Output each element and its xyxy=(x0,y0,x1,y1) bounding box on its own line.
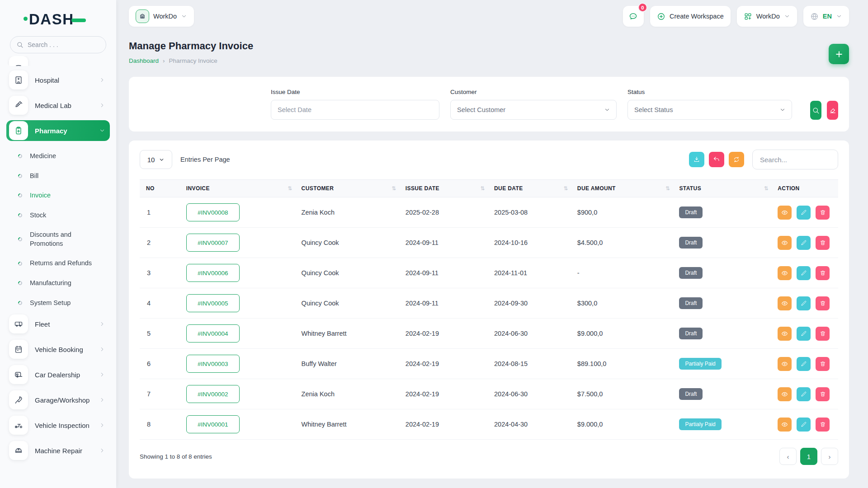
issue-date-input[interactable] xyxy=(278,106,433,113)
status-badge: Partialy Paid xyxy=(679,358,721,370)
column-header-due-date[interactable]: DUE DATE⇅ xyxy=(490,180,573,197)
customer-cell: Buffy Walter xyxy=(297,349,401,379)
view-button[interactable] xyxy=(778,418,792,432)
workspace-switcher[interactable]: WorkDo xyxy=(129,6,194,27)
view-button[interactable] xyxy=(778,357,792,371)
submenu-item-manufacturing[interactable]: Manufacturing xyxy=(18,273,110,293)
delete-button[interactable] xyxy=(816,266,830,280)
due-date-cell: 2024-06-30 xyxy=(490,379,573,409)
column-header-issue-date[interactable]: ISSUE DATE⇅ xyxy=(401,180,490,197)
entries-per-page-label: Entries Per Page xyxy=(180,156,230,163)
view-button[interactable] xyxy=(778,206,792,220)
sidebar-item-hospital[interactable]: Hospital xyxy=(6,70,110,90)
user-menu[interactable]: WorkDo xyxy=(737,6,797,27)
status-filter: Status Select Status xyxy=(627,89,792,120)
refresh-button[interactable] xyxy=(729,152,744,167)
sidebar-item-medical-lab[interactable]: Medical Lab xyxy=(6,95,110,116)
issue-date-cell: 2024-02-19 xyxy=(401,379,490,409)
edit-button[interactable] xyxy=(797,206,811,220)
sidebar-search[interactable] xyxy=(10,36,106,53)
delete-button[interactable] xyxy=(816,418,830,432)
submenu-item-medicine[interactable]: Medicine xyxy=(18,146,110,166)
status-select[interactable]: Select Status xyxy=(627,100,792,120)
chevron-down-icon xyxy=(784,13,790,19)
undo-button[interactable] xyxy=(709,152,724,167)
invoice-number-link[interactable]: #INV00002 xyxy=(186,385,240,403)
view-button[interactable] xyxy=(778,266,792,280)
sidebar-item-partially-hidden[interactable] xyxy=(6,56,110,66)
status-badge: Draft xyxy=(679,388,703,400)
sidebar-item-fleet[interactable]: Fleet xyxy=(6,314,110,334)
delete-button[interactable] xyxy=(816,327,830,341)
create-workspace-button[interactable]: Create Workspace xyxy=(650,6,731,27)
column-header-invoice[interactable]: INVOICE⇅ xyxy=(182,180,297,197)
table-footer: Showing 1 to 8 of 8 entries ‹ 1 › xyxy=(140,448,838,465)
page-size-select[interactable]: 10 xyxy=(140,150,172,169)
sidebar-item-garage-workshop[interactable]: Garage/Workshop xyxy=(6,389,110,410)
sidebar-item-vehicle-inspection[interactable]: Vehicle Inspection xyxy=(6,415,110,436)
table-search-input[interactable] xyxy=(752,150,838,169)
delete-button[interactable] xyxy=(816,357,830,371)
delete-button[interactable] xyxy=(816,236,830,250)
column-header-status[interactable]: STATUS⇅ xyxy=(675,180,773,197)
search-icon xyxy=(16,41,24,48)
export-button[interactable] xyxy=(689,152,704,167)
sidebar-item-pharmacy[interactable]: Pharmacy xyxy=(6,120,110,141)
sort-icon[interactable]: ⇅ xyxy=(764,185,769,192)
sidebar-item-machine-repair[interactable]: Machine Repair xyxy=(6,440,110,461)
delete-button[interactable] xyxy=(816,387,830,401)
invoice-number-link[interactable]: #INV00004 xyxy=(186,324,240,343)
pagination-page-1[interactable]: 1 xyxy=(800,448,817,465)
sort-icon[interactable]: ⇅ xyxy=(288,185,292,192)
sidebar-item-vehicle-booking[interactable]: Vehicle Booking xyxy=(6,339,110,360)
due-date-cell: 2025-03-08 xyxy=(490,197,573,228)
issue-date-cell: 2024-02-19 xyxy=(401,319,490,349)
create-invoice-button[interactable] xyxy=(829,44,849,64)
view-button[interactable] xyxy=(778,327,792,341)
invoice-number-link[interactable]: #INV00008 xyxy=(186,203,240,221)
submenu-item-stock[interactable]: Stock xyxy=(18,206,110,225)
submenu-item-system-setup[interactable]: System Setup xyxy=(18,293,110,313)
view-button[interactable] xyxy=(778,296,792,310)
edit-button[interactable] xyxy=(797,387,811,401)
invoice-number-link[interactable]: #INV00001 xyxy=(186,415,240,433)
view-button[interactable] xyxy=(778,387,792,401)
submenu-item-invoice[interactable]: Invoice xyxy=(18,186,110,206)
sidebar-search-input[interactable] xyxy=(28,41,95,48)
breadcrumb-dashboard-link[interactable]: Dashboard xyxy=(129,57,159,64)
pagination-next-button[interactable]: › xyxy=(821,448,838,465)
edit-button[interactable] xyxy=(797,296,811,310)
sidebar-nav: Hospital Medical Lab Pharmacy xyxy=(0,53,116,461)
invoice-number-link[interactable]: #INV00006 xyxy=(186,264,240,282)
delete-button[interactable] xyxy=(816,206,830,220)
customer-select[interactable]: Select Customer xyxy=(450,100,617,120)
submenu-item-bill[interactable]: Bill xyxy=(18,166,110,186)
edit-button[interactable] xyxy=(797,236,811,250)
sort-icon[interactable]: ⇅ xyxy=(481,185,485,192)
column-header-due-amount[interactable]: DUE AMOUNT⇅ xyxy=(573,180,675,197)
sort-icon[interactable]: ⇅ xyxy=(563,185,568,192)
submenu-item-returns[interactable]: Returns and Refunds xyxy=(18,253,110,273)
reset-filter-button[interactable] xyxy=(827,101,838,120)
invoice-number-link[interactable]: #INV00007 xyxy=(186,234,240,252)
edit-button[interactable] xyxy=(797,357,811,371)
sort-icon[interactable]: ⇅ xyxy=(665,185,670,192)
edit-button[interactable] xyxy=(797,327,811,341)
invoice-number-link[interactable]: #INV00003 xyxy=(186,355,240,373)
language-selector[interactable]: EN xyxy=(803,6,849,27)
due-amount-cell: $9.000,0 xyxy=(573,319,675,349)
edit-button[interactable] xyxy=(797,266,811,280)
delete-button[interactable] xyxy=(816,296,830,310)
sort-icon[interactable]: ⇅ xyxy=(392,185,396,192)
submenu-item-discounts[interactable]: Discounts and Promotions xyxy=(18,225,110,253)
apply-filter-button[interactable] xyxy=(810,101,821,120)
trash-icon xyxy=(820,270,826,276)
sidebar-item-car-dealership[interactable]: Car Dealership xyxy=(6,364,110,385)
app-logo[interactable]: DASH xyxy=(0,0,116,28)
pagination-prev-button[interactable]: ‹ xyxy=(779,448,797,465)
column-header-customer[interactable]: CUSTOMER⇅ xyxy=(297,180,401,197)
messages-button[interactable]: 0 xyxy=(623,6,644,27)
edit-button[interactable] xyxy=(797,418,811,432)
invoice-number-link[interactable]: #INV00005 xyxy=(186,294,240,312)
view-button[interactable] xyxy=(778,236,792,250)
